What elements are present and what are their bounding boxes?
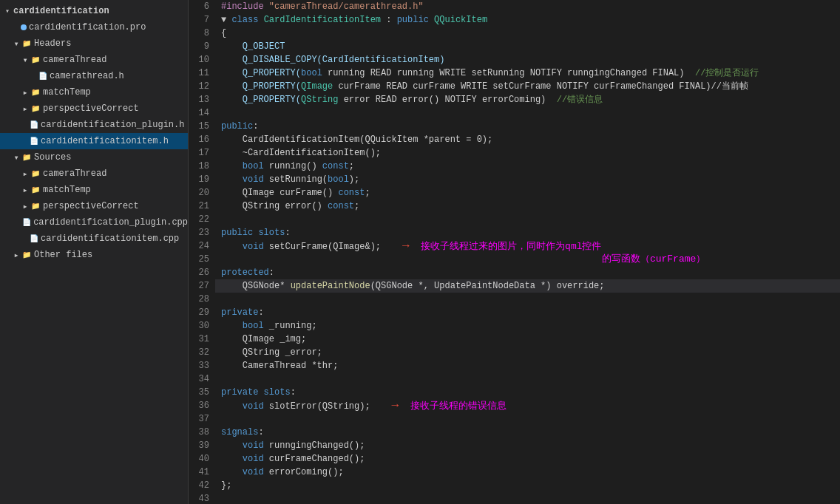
tree-item-cardidentificationitem-cpp[interactable]: 📄cardidentificationitem.cpp (0, 231, 188, 247)
line-number: 41 (189, 466, 215, 479)
line-content: #include "cameraThread/camerathread.h" (215, 0, 840, 13)
token-plain: }; (221, 480, 231, 491)
pro-file-icon (21, 24, 27, 30)
token-plain (221, 454, 243, 464)
line-number: 24 (189, 239, 215, 253)
token-plain: CardIdentificationItem(QQuickItem *paren… (221, 134, 492, 145)
tree-item-perspectiveCorrect-h[interactable]: ▸📁perspectiveCorrect (0, 101, 188, 117)
token-kw: bool (243, 321, 264, 331)
code-line-14: 14 (189, 106, 840, 120)
tree-item-headers[interactable]: ▾📁Headers (0, 35, 188, 52)
tree-item-matchTemp-src[interactable]: ▸📁matchTemp (0, 182, 188, 198)
tree-item-matchTemp-h[interactable]: ▸📁matchTemp (0, 84, 188, 101)
code-line-23: 23public slots: (189, 226, 840, 239)
line-content: Q_OBJECT (215, 40, 840, 53)
folder-icon: 📁 (21, 151, 33, 163)
code-line-10: 10 Q_DISABLE_COPY(CardIdentificationItem… (189, 53, 840, 67)
token-plain (221, 242, 243, 252)
tree-item-label: perspectiveCorrect (43, 103, 139, 114)
token-plain: ; (354, 201, 359, 211)
code-line-42: 42}; (189, 479, 840, 492)
line-number: 7 (189, 13, 215, 27)
token-plain: QImage curFrame() (221, 188, 338, 198)
token-plain (221, 161, 243, 171)
token-str: "cameraThread/camerathread.h" (269, 1, 424, 12)
h-file-icon: 📄 (38, 72, 47, 81)
line-number: 12 (189, 80, 215, 93)
tree-item-cardidentification_plugin-cpp[interactable]: 📄cardidentification_plugin.cpp (0, 214, 188, 231)
token-kw3: CardIdentificationItem (264, 15, 381, 25)
token-kw: void (243, 174, 264, 185)
token-plain: running READ running WRITE setRunning NO… (322, 68, 695, 78)
code-line-18: 18 bool running() const; (189, 160, 840, 173)
line-number: 20 (189, 186, 215, 200)
token-plain: : (291, 387, 296, 398)
line-number: 36 (189, 399, 215, 412)
tree-item-camerathread-h[interactable]: 📄camerathread.h (0, 68, 188, 84)
token-plain: curFrame READ curFrame WRITE setCurFrame… (333, 81, 748, 92)
chevron-right-icon: ▸ (21, 104, 30, 113)
tree-item-label: cameraThread (43, 55, 106, 65)
code-line-12: 12 Q_PROPERTY(QImage curFrame READ curFr… (189, 80, 840, 93)
token-kw2: #include (221, 1, 269, 12)
h-file-icon: 📄 (30, 120, 38, 129)
tree-item-root[interactable]: ▾cardidentification (0, 3, 188, 19)
token-kw: bool (243, 161, 264, 171)
code-line-33: 33 CameraThread *thr; (189, 359, 840, 372)
folder-icon: 📁 (21, 38, 33, 50)
tree-item-pro[interactable]: cardidentification.pro (0, 19, 188, 35)
tree-item-cameraThread-h[interactable]: ▾📁cameraThread (0, 52, 188, 68)
line-number: 34 (189, 372, 215, 386)
sidebar: ▾cardidentificationcardidentification.pr… (0, 0, 189, 504)
line-content: protected: (215, 266, 840, 279)
code-editor[interactable]: 6#include "cameraThread/camerathread.h"7… (189, 0, 840, 504)
code-line-40: 40 void curFrameChanged(); (189, 452, 840, 466)
token-section: private slots (221, 387, 291, 398)
line-content: void runngingChanged(); (215, 439, 840, 452)
token-plain: ); (349, 174, 359, 185)
tree-item-cardidentificationitem-h[interactable]: 📄cardidentificationitem.h (0, 133, 188, 149)
line-number: 42 (189, 479, 215, 492)
folder-icon: 📁 (30, 184, 41, 196)
token-section: signals (221, 427, 258, 437)
tree-item-label: matchTemp (43, 87, 91, 98)
token-kw3: QString (301, 95, 338, 105)
line-number: 18 (189, 160, 215, 173)
token-plain: { (221, 28, 226, 38)
token-plain: QString error() (221, 201, 328, 211)
tree-item-cameraThread-src[interactable]: ▸📁cameraThread (0, 166, 188, 182)
tree-item-perspectiveCorrect-src[interactable]: ▸📁perspectiveCorrect (0, 198, 188, 214)
line-number: 33 (189, 359, 215, 372)
line-content: CardIdentificationItem(QQuickItem *paren… (215, 133, 840, 146)
code-line-16: 16 CardIdentificationItem(QQuickItem *pa… (189, 133, 840, 146)
line-content: signals: (215, 426, 840, 439)
line-content: { (215, 27, 840, 40)
token-plain: setCurFrame(QImage&); (264, 242, 381, 252)
code-line-19: 19 void setRunning(bool); (189, 173, 840, 186)
line-number: 27 (189, 279, 215, 293)
line-content: CameraThread *thr; (215, 359, 840, 372)
line-number: 35 (189, 386, 215, 399)
token-plain: running() (264, 161, 322, 171)
line-number: 16 (189, 133, 215, 146)
code-line-39: 39 void runngingChanged(); (189, 439, 840, 452)
code-line-20: 20 QImage curFrame() const; (189, 186, 840, 200)
tree-item-sources[interactable]: ▾📁Sources (0, 149, 188, 166)
code-line-22: 22 (189, 213, 840, 226)
token-kw: void (243, 454, 264, 464)
line-number: 17 (189, 146, 215, 160)
token-plain: ; (349, 161, 354, 171)
line-number: 13 (189, 93, 215, 106)
file-tree: ▾cardidentificationcardidentification.pr… (0, 0, 188, 266)
line-content: private: (215, 306, 840, 319)
tree-item-cardidentification_plugin-h[interactable]: 📄cardidentification_plugin.h (0, 117, 188, 133)
line-content: QSGNode* updatePaintNode(QSGNode *, Upda… (215, 279, 840, 293)
code-line-29: 29private: (189, 306, 840, 319)
tree-item-other[interactable]: ▸📁Other files (0, 247, 188, 263)
token-macro: Q_PROPERTY( (221, 81, 301, 92)
line-number: 38 (189, 426, 215, 439)
line-number: 6 (189, 0, 215, 13)
code-line-26: 26protected: (189, 266, 840, 279)
code-line-17: 17 ~CardIdentificationItem(); (189, 146, 840, 160)
token-section: private (221, 307, 258, 318)
